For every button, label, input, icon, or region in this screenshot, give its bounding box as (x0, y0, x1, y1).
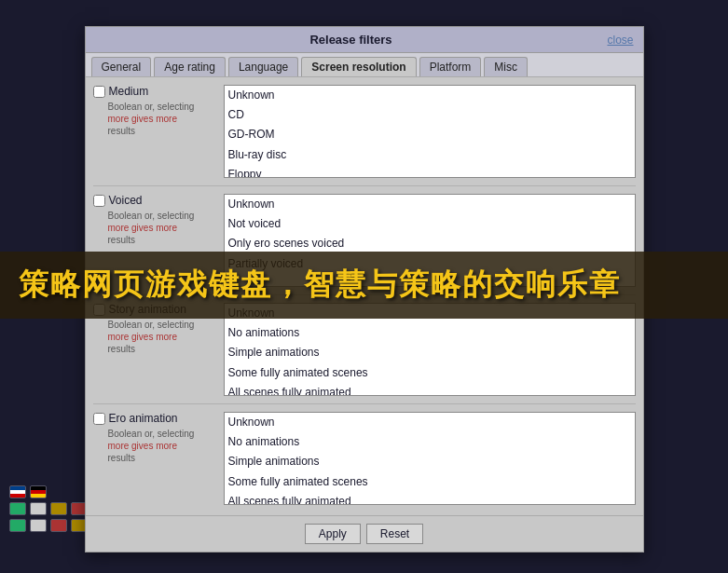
filter-voiced-name: Voiced (109, 194, 143, 207)
filter-voiced-label-row: Voiced (93, 194, 214, 207)
filter-ero-animation-name: Ero animation (109, 412, 178, 425)
flag-uk-icon (9, 485, 26, 498)
filter-medium-left: Medium Boolean or, selecting more gives … (93, 85, 224, 137)
filter-ero-animation-label-row: Ero animation (93, 412, 214, 425)
badge-green (9, 502, 26, 515)
filter-medium-checkbox[interactable] (93, 86, 105, 98)
badge-white (30, 502, 47, 515)
filter-voiced-left: Voiced Boolean or, selecting more gives … (93, 194, 224, 246)
list-item[interactable]: Some fully animated scenes (225, 363, 635, 383)
list-item[interactable]: Blu-ray disc (225, 145, 635, 165)
list-item[interactable]: CD (225, 105, 635, 125)
modal-footer: Apply Reset (86, 515, 643, 552)
tab-age-rating[interactable]: Age rating (154, 57, 226, 76)
modal-title: Release filters (95, 33, 608, 47)
filter-medium: Medium Boolean or, selecting more gives … (93, 85, 636, 186)
filter-ero-animation: Ero animation Boolean or, selecting more… (93, 412, 636, 512)
badge-white-2 (30, 519, 47, 532)
filter-medium-label-row: Medium (93, 85, 214, 98)
list-item[interactable]: Floppy (225, 165, 635, 178)
filter-voiced-checkbox[interactable] (93, 195, 105, 207)
list-item[interactable]: Unknown (225, 195, 635, 214)
tab-language[interactable]: Language (228, 57, 298, 76)
filter-medium-right: Unknown CD GD-ROM Blu-ray disc Floppy Ca… (224, 85, 636, 178)
filter-voiced-desc: Boolean or, selecting more gives more re… (108, 210, 214, 246)
list-item[interactable]: Simple animations (225, 343, 635, 362)
list-item[interactable]: No animations (225, 432, 635, 452)
list-item[interactable]: Simple animations (225, 452, 635, 471)
list-item[interactable]: All scenes fully animated (225, 383, 635, 396)
filter-ero-animation-left: Ero animation Boolean or, selecting more… (93, 412, 224, 464)
badge-red-2 (50, 519, 67, 532)
filter-story-animation-desc: Boolean or, selecting more gives more re… (108, 319, 214, 355)
list-item[interactable]: All scenes fully animated (225, 492, 635, 505)
tab-general[interactable]: General (91, 57, 152, 76)
list-item[interactable]: Some fully animated scenes (225, 472, 635, 492)
tabs-row: General Age rating Language Screen resol… (86, 53, 643, 77)
list-item[interactable]: No animations (225, 323, 635, 343)
filter-ero-animation-listbox[interactable]: Unknown No animations Simple animations … (224, 412, 636, 505)
reset-button[interactable]: Reset (366, 524, 423, 544)
tab-misc[interactable]: Misc (484, 57, 528, 76)
filter-ero-animation-desc: Boolean or, selecting more gives more re… (108, 428, 214, 464)
list-item[interactable]: GD-ROM (225, 125, 635, 144)
tab-platform[interactable]: Platform (419, 57, 482, 76)
filter-medium-desc: Boolean or, selecting more gives more re… (108, 101, 214, 137)
filter-ero-animation-right: Unknown No animations Simple animations … (224, 412, 636, 505)
filter-ero-animation-checkbox[interactable] (93, 413, 105, 425)
modal-header: Release filters close (86, 27, 643, 53)
cn-text: 策略网页游戏键盘，智慧与策略的交响乐章 (19, 265, 709, 306)
list-item[interactable]: Unknown (225, 413, 635, 432)
cn-overlay: 策略网页游戏键盘，智慧与策略的交响乐章 (0, 252, 728, 319)
close-button[interactable]: close (607, 34, 633, 47)
filter-medium-name: Medium (109, 85, 149, 98)
list-item[interactable]: Not voiced (225, 214, 635, 234)
flag-de-icon (30, 485, 47, 498)
list-item[interactable]: Unknown (225, 86, 635, 105)
badge-yellow (50, 502, 67, 515)
apply-button[interactable]: Apply (305, 524, 361, 544)
filter-medium-listbox[interactable]: Unknown CD GD-ROM Blu-ray disc Floppy Ca… (224, 85, 636, 178)
tab-screen-resolution[interactable]: Screen resolution (301, 57, 416, 76)
badge-green-2 (9, 519, 26, 532)
